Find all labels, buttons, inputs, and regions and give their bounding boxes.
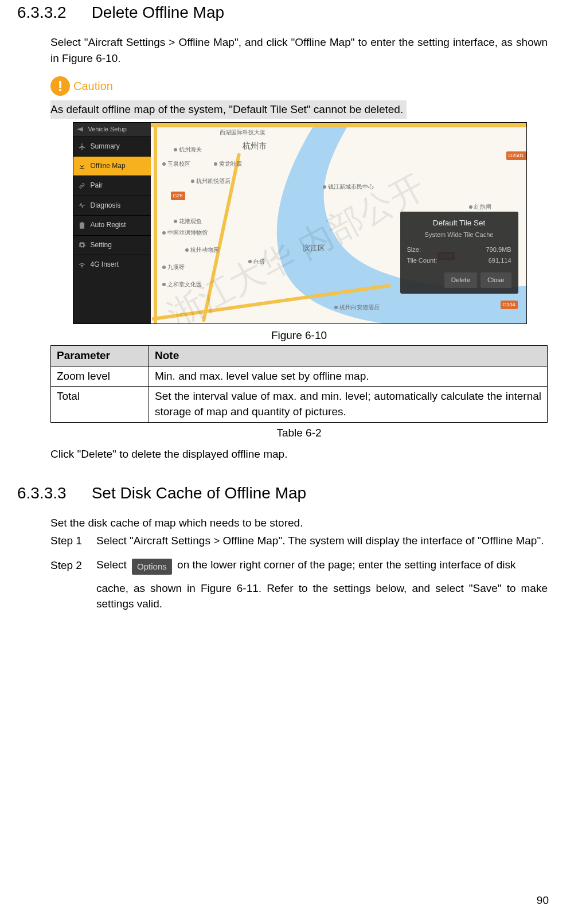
section-6333-number: 6.3.3.3 (17, 484, 67, 502)
step-2-text-line1: Select Options on the lower right corner… (96, 557, 548, 575)
tile-set-size-value: 790.9MB (486, 245, 511, 255)
section-6332-number: 6.3.3.2 (17, 3, 67, 22)
figure-6-10: Vehicle Setup Summary Offline Map (73, 122, 526, 324)
vehicle-setup-sidebar: Vehicle Setup Summary Offline Map (73, 123, 151, 323)
table-6-2-caption: Table 6-2 (50, 425, 548, 441)
section-6332-heading: 6.3.3.2 Delete Offline Map (17, 3, 548, 22)
table-header-note: Note (149, 346, 548, 367)
section-6332-after-table: Click "Delete" to delete the displayed o… (50, 446, 548, 462)
sidebar-item-label: Diagnosis (91, 201, 121, 209)
table-cell: Min. and max. level value set by offline… (149, 366, 548, 387)
sidebar-item-label: Summary (91, 142, 120, 150)
step-1-label: Step 1 (50, 533, 96, 549)
poi-label: 杭州白安德酒店 (334, 303, 380, 312)
section-6333-title: Set Disk Cache of Offline Map (92, 484, 307, 502)
table-cell: Set the interval value of max. and min. … (149, 387, 548, 422)
section-6333-intro: Set the disk cache of map which needs to… (50, 515, 548, 531)
poi-label: 花港观鱼 (174, 217, 202, 226)
tile-set-card: Default Tile Set System Wide Tile Cache … (400, 212, 518, 294)
map-canvas[interactable]: 西湖国际科技大厦 杭州市 杭州海关 玉泉校区 黄龙吐翠 杭州凯悦酒店 钱江新城市… (151, 123, 526, 323)
poi-label: 滨江区 (303, 243, 325, 254)
sidebar-item-auto-regist[interactable]: Auto Regist (73, 215, 151, 235)
sidebar-item-pair[interactable]: Pair (73, 176, 151, 195)
table-cell: Zoom level (51, 366, 149, 387)
poi-label: 玉泉校区 (162, 160, 190, 169)
download-icon (78, 162, 86, 170)
poi-label: 白搭 (248, 258, 265, 266)
sidebar-item-label: Auto Regist (91, 221, 126, 229)
tile-set-tile-value: 691,114 (489, 256, 511, 266)
sidebar-header[interactable]: Vehicle Setup (73, 123, 151, 137)
road-badge: G104 (501, 301, 518, 309)
poi-label: 之和堂文化园 (162, 280, 202, 289)
road-badge: G2501 (506, 151, 526, 160)
plane-icon (78, 142, 86, 150)
poi-label: 九溪呀 (162, 263, 185, 272)
poi-label: 中国丝绸博物馆 (162, 229, 208, 237)
tile-set-size-label: Size: (407, 245, 421, 255)
caution-icon: ! (50, 76, 70, 96)
road-badge: G25 (171, 192, 185, 200)
poi-label: 杭州凯悦酒店 (191, 177, 231, 186)
pulse-icon (78, 201, 86, 209)
wifi-icon (78, 261, 86, 269)
section-6332-title: Delete Offline Map (92, 3, 224, 22)
sidebar-item-offline-map[interactable]: Offline Map (73, 156, 151, 176)
poi-label: 杭州市 (243, 140, 267, 151)
sidebar-item-label: Setting (91, 241, 112, 249)
figure-6-10-caption: Figure 6-10 (50, 328, 548, 344)
step-2-pre: Select (96, 559, 127, 571)
poi-label: 杭州海关 (174, 146, 202, 154)
section-6333-heading: 6.3.3.3 Set Disk Cache of Offline Map (17, 484, 548, 502)
tile-set-tile-label: Tile Count: (407, 256, 438, 266)
poi-label: 杭州动物园 (185, 246, 219, 255)
gear-icon (78, 241, 86, 249)
step-2-mid: on the lower right corner of the page; e… (177, 559, 515, 571)
delete-button[interactable]: Delete (444, 272, 477, 288)
table-cell: Total (51, 387, 149, 422)
section-6332-intro: Select "Aircraft Settings > Offline Map"… (50, 34, 548, 66)
options-button[interactable]: Options (132, 559, 172, 575)
caution-label: Caution (73, 78, 113, 95)
sidebar-item-label: Offline Map (91, 162, 126, 170)
sidebar-item-setting[interactable]: Setting (73, 235, 151, 255)
tile-set-subtitle: System Wide Tile Cache (407, 231, 511, 240)
clipboard-icon (78, 221, 86, 229)
table-6-2: Parameter Note Zoom level Min. and max. … (50, 345, 548, 422)
caution-text: As default offline map of the system, "D… (50, 100, 407, 119)
poi-label: 黄龙吐翠 (214, 160, 242, 169)
table-header-parameter: Parameter (51, 346, 149, 367)
tile-set-title: Default Tile Set (407, 217, 511, 229)
step-1-text: Select "Aircraft Settings > Offline Map"… (96, 533, 548, 549)
page-number: 90 (537, 894, 549, 907)
step-2-label: Step 2 (50, 557, 96, 574)
step-2-tail: cache, as shown in Figure 6-11. Refer to… (96, 580, 548, 612)
sidebar-item-label: 4G Insert (91, 260, 119, 268)
poi-label: 红旗闸 (469, 203, 491, 212)
poi-label: 西湖国际科技大厦 (220, 128, 265, 137)
close-button[interactable]: Close (481, 272, 511, 288)
sidebar-item-4g-insert[interactable]: 4G Insert (73, 255, 151, 274)
sidebar-item-diagnosis[interactable]: Diagnosis (73, 196, 151, 215)
sidebar-item-label: Pair (91, 181, 103, 189)
sidebar-item-summary[interactable]: Summary (73, 137, 151, 156)
poi-label: 钱江新城市民中心 (323, 183, 374, 192)
link-icon (78, 182, 86, 190)
